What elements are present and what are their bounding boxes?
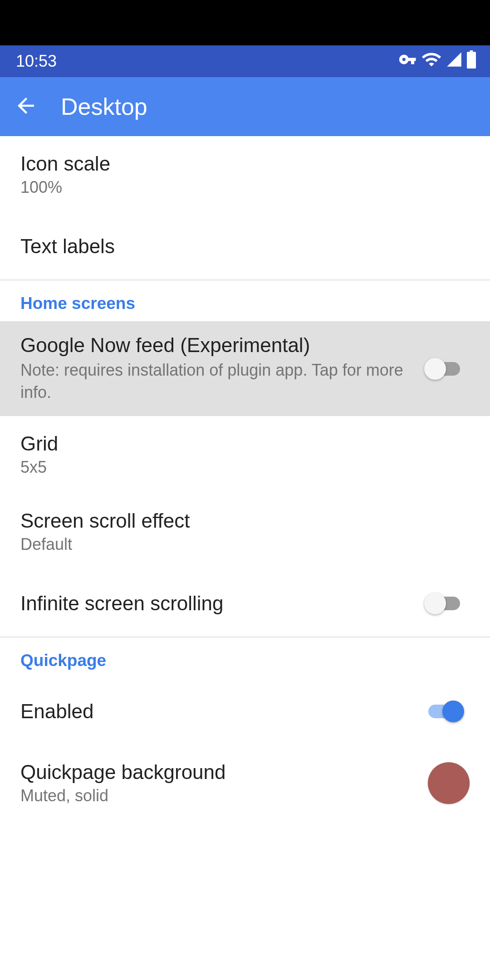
pref-grid[interactable]: Grid 5x5 xyxy=(0,416,490,493)
pref-sub: Note: requires installation of plugin ap… xyxy=(20,359,415,403)
pref-value: Default xyxy=(20,535,470,554)
pref-value: Muted, solid xyxy=(20,786,428,805)
pref-value: 5x5 xyxy=(20,458,470,477)
status-icons xyxy=(398,49,476,74)
settings-list[interactable]: Icon scale 100% Text labels Home screens… xyxy=(0,136,490,980)
pref-scroll-effect[interactable]: Screen scroll effect Default xyxy=(0,493,490,570)
status-bar: 10:53 xyxy=(0,45,490,77)
pref-title: Google Now feed (Experimental) xyxy=(20,334,415,357)
wifi-icon xyxy=(421,49,442,74)
vpn-key-icon xyxy=(398,50,417,73)
pref-title: Icon scale xyxy=(20,152,470,175)
battery-icon xyxy=(466,50,476,73)
toggle-infinite-scroll[interactable] xyxy=(424,593,464,614)
status-time: 10:53 xyxy=(16,52,57,71)
pref-title: Screen scroll effect xyxy=(20,510,470,532)
pref-title: Quickpage background xyxy=(20,761,428,784)
back-icon[interactable] xyxy=(14,93,38,120)
pref-text-labels[interactable]: Text labels xyxy=(0,213,490,279)
section-quickpage: Quickpage xyxy=(0,637,490,678)
pref-google-now-feed[interactable]: Google Now feed (Experimental) Note: req… xyxy=(0,321,490,416)
app-bar: Desktop xyxy=(0,77,490,136)
pref-quickpage-background[interactable]: Quickpage background Muted, solid xyxy=(0,745,490,813)
section-home-screens: Home screens xyxy=(0,280,490,321)
pref-value: 100% xyxy=(20,178,470,197)
toggle-google-now[interactable] xyxy=(424,358,464,380)
page-title: Desktop xyxy=(61,93,147,120)
screen: 10:53 Desktop Icon scale 100 xyxy=(0,45,490,980)
toggle-quickpage-enabled[interactable] xyxy=(424,701,464,722)
pref-title: Enabled xyxy=(20,700,424,723)
pref-title: Grid xyxy=(20,432,470,455)
color-swatch[interactable] xyxy=(428,762,470,804)
pref-title: Text labels xyxy=(20,235,470,258)
pref-quickpage-enabled[interactable]: Enabled xyxy=(0,678,490,745)
signal-icon xyxy=(446,51,463,72)
pref-infinite-scroll[interactable]: Infinite screen scrolling xyxy=(0,570,490,637)
pref-icon-scale[interactable]: Icon scale 100% xyxy=(0,136,490,213)
pref-title: Infinite screen scrolling xyxy=(20,592,424,615)
